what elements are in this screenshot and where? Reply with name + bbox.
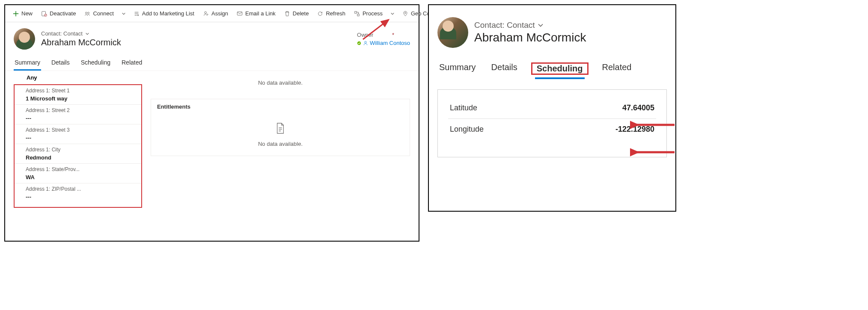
assign-label: Assign bbox=[211, 10, 228, 17]
scheduling-panel: Contact: Contact Abraham McCormick Summa… bbox=[428, 4, 676, 212]
tab-related-r[interactable]: Related bbox=[600, 60, 633, 76]
trash-icon bbox=[284, 11, 290, 17]
email-label: Email a Link bbox=[245, 10, 276, 17]
address-highlight-box: Address 1: Street 1 1 Microsoft way Addr… bbox=[14, 84, 142, 208]
svg-rect-7 bbox=[357, 14, 359, 15]
record-title-block: Contact: Contact Abraham McCormick bbox=[41, 30, 121, 47]
svg-point-8 bbox=[405, 12, 406, 13]
field-city-label: Address 1: City bbox=[26, 147, 141, 154]
deactivate-icon bbox=[41, 11, 47, 17]
chevron-down-icon bbox=[538, 22, 544, 28]
document-icon bbox=[276, 123, 285, 134]
section-any-header: Any bbox=[14, 71, 142, 84]
longitude-row[interactable]: Longitude -122.12980 bbox=[448, 119, 656, 140]
no-data-top: No data available. bbox=[151, 75, 410, 90]
owner-value[interactable]: William Contoso bbox=[357, 40, 410, 46]
field-street2-label: Address 1: Street 2 bbox=[26, 107, 141, 115]
field-zip[interactable]: Address 1: ZIP/Postal ... --- bbox=[15, 183, 141, 203]
assign-icon bbox=[203, 11, 209, 17]
record-name: Abraham McCormick bbox=[41, 38, 121, 47]
deactivate-label: Deactivate bbox=[50, 10, 76, 17]
person-icon bbox=[363, 41, 368, 46]
entity-breadcrumb[interactable]: Contact: Contact bbox=[41, 30, 121, 37]
process-button[interactable]: Process bbox=[351, 6, 386, 21]
tab-related[interactable]: Related bbox=[121, 56, 143, 71]
field-street1-value: 1 Microsoft way bbox=[26, 95, 141, 104]
chevron-down-icon bbox=[85, 32, 89, 36]
svg-point-2 bbox=[86, 12, 87, 14]
email-link-button[interactable]: Email a Link bbox=[233, 6, 279, 21]
deactivate-button[interactable]: Deactivate bbox=[38, 6, 79, 21]
entitlements-card: Entitlements No data available. bbox=[151, 99, 410, 156]
no-data-entitlements: No data available. bbox=[157, 136, 404, 151]
refresh-button[interactable]: Refresh bbox=[314, 6, 349, 21]
new-button[interactable]: New bbox=[9, 6, 36, 21]
latitude-row[interactable]: Latitude 47.64005 bbox=[448, 97, 656, 119]
field-street1[interactable]: Address 1: Street 1 1 Microsoft way bbox=[15, 85, 141, 104]
avatar bbox=[437, 17, 468, 48]
latitude-label: Latitude bbox=[450, 103, 477, 112]
field-street3[interactable]: Address 1: Street 3 --- bbox=[15, 124, 141, 144]
refresh-icon bbox=[317, 11, 323, 17]
tab-details[interactable]: Details bbox=[51, 56, 71, 71]
record-header-r: Contact: Contact Abraham McCormick bbox=[437, 14, 667, 52]
svg-point-10 bbox=[365, 41, 367, 43]
connect-icon bbox=[84, 11, 90, 17]
tab-summary-r[interactable]: Summary bbox=[437, 60, 478, 76]
process-label: Process bbox=[363, 10, 383, 17]
longitude-label: Longitude bbox=[450, 125, 484, 134]
add-to-marketing-button[interactable]: Add to Marketing List bbox=[130, 6, 198, 21]
field-zip-label: Address 1: ZIP/Postal ... bbox=[26, 186, 141, 194]
contact-form-panel: New Deactivate Connect Add to Marketing … bbox=[4, 4, 419, 242]
tab-scheduling[interactable]: Scheduling bbox=[80, 56, 111, 71]
connect-button[interactable]: Connect bbox=[81, 6, 117, 21]
form-tabs-r: Summary Details Scheduling Related bbox=[437, 52, 667, 79]
avatar bbox=[14, 28, 35, 50]
svg-point-3 bbox=[88, 12, 89, 14]
delete-button[interactable]: Delete bbox=[281, 6, 312, 21]
field-street2[interactable]: Address 1: Street 2 --- bbox=[15, 104, 141, 124]
presence-available-icon bbox=[357, 41, 361, 45]
assign-button[interactable]: Assign bbox=[199, 6, 232, 21]
field-city[interactable]: Address 1: City Redmond bbox=[15, 144, 141, 163]
marketing-label: Add to Marketing List bbox=[142, 10, 194, 17]
field-street3-value: --- bbox=[26, 135, 141, 144]
tab-scheduling-highlight: Scheduling bbox=[531, 62, 589, 75]
location-pin-icon bbox=[402, 11, 408, 17]
chevron-down-icon bbox=[389, 11, 395, 17]
field-street2-value: --- bbox=[26, 115, 141, 124]
record-name-r: Abraham McCormick bbox=[474, 31, 586, 44]
svg-rect-6 bbox=[355, 11, 357, 13]
field-city-value: Redmond bbox=[26, 154, 141, 163]
coordinates-card: Latitude 47.64005 Longitude -122.12980 bbox=[437, 89, 667, 157]
entitlements-header: Entitlements bbox=[157, 103, 404, 118]
process-icon bbox=[354, 11, 360, 17]
owner-label: Owner bbox=[357, 32, 373, 38]
field-state-label: Address 1: State/Prov... bbox=[26, 166, 141, 174]
connect-label: Connect bbox=[93, 10, 113, 17]
entity-breadcrumb-r[interactable]: Contact: Contact bbox=[474, 21, 586, 30]
field-street3-label: Address 1: Street 3 bbox=[26, 127, 141, 135]
delete-label: Delete bbox=[293, 10, 309, 17]
tab-scheduling-r[interactable]: Scheduling bbox=[535, 61, 585, 79]
email-icon bbox=[237, 11, 243, 17]
field-street1-label: Address 1: Street 1 bbox=[26, 88, 141, 95]
form-body: Any Address 1: Street 1 1 Microsoft way … bbox=[5, 71, 419, 208]
latitude-value: 47.64005 bbox=[622, 103, 654, 112]
tab-summary[interactable]: Summary bbox=[14, 56, 41, 71]
field-zip-value: --- bbox=[26, 194, 141, 203]
record-header: Contact: Contact Abraham McCormick Owner… bbox=[5, 22, 419, 52]
field-state-value: WA bbox=[26, 174, 141, 183]
plus-icon bbox=[13, 11, 19, 17]
process-chevron[interactable] bbox=[388, 6, 397, 21]
record-title-block-r: Contact: Contact Abraham McCormick bbox=[474, 21, 586, 44]
connect-chevron[interactable] bbox=[119, 6, 128, 21]
required-mark: * bbox=[392, 32, 394, 38]
tab-details-r[interactable]: Details bbox=[490, 60, 519, 76]
owner-name: William Contoso bbox=[370, 40, 410, 46]
command-bar: New Deactivate Connect Add to Marketing … bbox=[5, 5, 419, 22]
longitude-value: -122.12980 bbox=[615, 125, 654, 134]
chevron-down-icon bbox=[121, 11, 127, 17]
field-state[interactable]: Address 1: State/Prov... WA bbox=[15, 163, 141, 183]
related-column: No data available. Entitlements No data … bbox=[142, 71, 419, 208]
